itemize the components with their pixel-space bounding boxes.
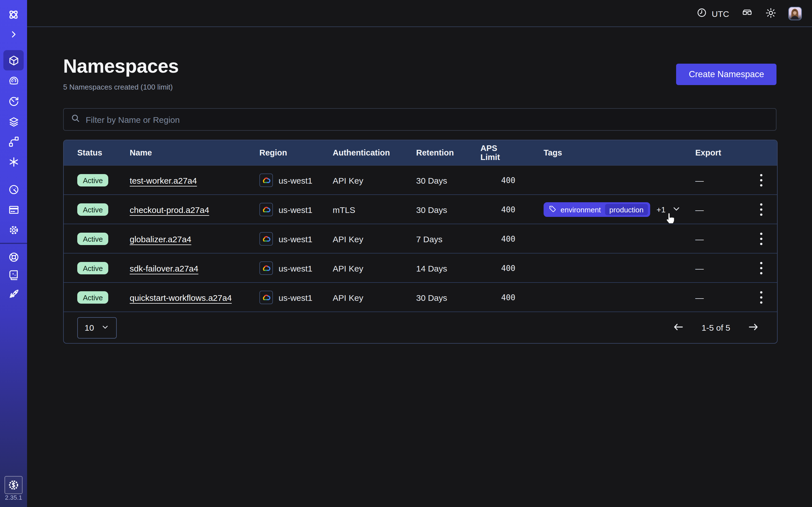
- row-menu-button[interactable]: [746, 253, 777, 283]
- sidebar-item-batch-operations[interactable]: [3, 152, 24, 172]
- retention-value: 30 Days: [416, 175, 480, 185]
- sidebar-item-settings[interactable]: [3, 220, 24, 240]
- export-value: —: [695, 234, 746, 244]
- previous-page-button[interactable]: [673, 321, 684, 334]
- sidebar-item-billing[interactable]: [3, 200, 24, 220]
- asterisk-icon: [8, 156, 19, 168]
- auth-value: mTLS: [333, 205, 416, 214]
- export-value: —: [695, 205, 746, 214]
- accessibility-glasses-button[interactable]: [741, 7, 753, 20]
- col-header-name: Name: [130, 148, 259, 157]
- status-badge: Active: [77, 174, 109, 186]
- cube-icon: [8, 54, 19, 66]
- col-header-status: Status: [64, 148, 130, 157]
- row-menu-button[interactable]: [746, 224, 777, 253]
- namespace-link[interactable]: checkout-prod.a27a4: [130, 205, 209, 214]
- version-label: 2.35.1: [0, 494, 27, 501]
- namespace-link[interactable]: sdk-failover.a27a4: [130, 263, 199, 273]
- create-namespace-button[interactable]: Create Namespace: [676, 64, 776, 85]
- google-cloud-icon: [259, 173, 273, 187]
- pricing-button[interactable]: [4, 476, 22, 494]
- page-size-select[interactable]: 10: [77, 317, 117, 338]
- chevron-down-icon: [672, 204, 681, 215]
- sidebar-item-docs[interactable]: [3, 265, 24, 285]
- google-cloud-icon: [259, 291, 273, 304]
- sidebar-item-support[interactable]: [3, 247, 24, 267]
- page-title: Namespaces: [63, 55, 179, 77]
- app-window: UTC: [0, 0, 812, 507]
- gauge-icon: [8, 183, 19, 195]
- timer-icon: [8, 96, 19, 107]
- table-row: Active globalizer.a27a4 us-west1 API Key…: [64, 224, 777, 253]
- theme-toggle-button[interactable]: [765, 7, 776, 20]
- sidebar-item-schedules[interactable]: [3, 91, 24, 112]
- book-sparkle-icon: [8, 269, 19, 281]
- gear-icon: [8, 224, 19, 236]
- export-value: —: [695, 175, 746, 185]
- pagination-range: 1-5 of 5: [702, 323, 730, 332]
- next-page-button[interactable]: [747, 321, 759, 334]
- region-label: us-west1: [278, 293, 312, 302]
- timezone-button[interactable]: UTC: [696, 7, 729, 20]
- aps-value: 400: [480, 293, 515, 302]
- retention-value: 30 Days: [416, 205, 480, 214]
- table-row: Active test-worker.a27a4 us-west1 API Ke…: [64, 165, 777, 194]
- row-menu-button[interactable]: [746, 195, 777, 224]
- tag-key: environment: [560, 205, 601, 214]
- user-avatar[interactable]: [788, 7, 802, 20]
- sidebar-item-getting-started[interactable]: [3, 283, 24, 304]
- arrow-left-icon: [673, 321, 684, 334]
- search-input[interactable]: [86, 115, 769, 124]
- row-menu-button[interactable]: [746, 283, 777, 312]
- sidebar-expand-button[interactable]: [3, 24, 24, 45]
- tags-expand-button[interactable]: [672, 204, 681, 215]
- arrow-right-icon: [747, 321, 759, 334]
- tag-icon: [549, 205, 557, 214]
- col-header-retention: Retention: [416, 148, 480, 157]
- filter-search: [63, 108, 776, 131]
- browser-card-icon: [8, 204, 19, 216]
- sidebar-divider: [0, 243, 27, 244]
- region-label: us-west1: [278, 263, 312, 273]
- retention-value: 7 Days: [416, 234, 480, 244]
- status-badge: Active: [77, 233, 109, 245]
- namespace-link[interactable]: globalizer.a27a4: [130, 234, 192, 244]
- table-header-row: Status Name Region Authentication Retent…: [64, 140, 777, 165]
- tags-more-count: +1: [657, 205, 666, 214]
- namespace-link[interactable]: test-worker.a27a4: [130, 175, 197, 185]
- tag-value: production: [605, 204, 648, 215]
- row-menu-button[interactable]: [746, 166, 777, 195]
- sidebar: 2.35.1: [0, 0, 27, 507]
- namespaces-table: Status Name Region Authentication Retent…: [63, 140, 777, 344]
- region-label: us-west1: [278, 205, 312, 214]
- aps-value: 400: [480, 234, 515, 243]
- top-bar: UTC: [27, 0, 812, 27]
- sidebar-item-usage[interactable]: [3, 179, 24, 200]
- namespace-link[interactable]: quickstart-workflows.a27a4: [130, 293, 232, 302]
- temporal-logo[interactable]: [3, 4, 24, 25]
- table-row: Active checkout-prod.a27a4 us-west1 mTLS…: [64, 194, 777, 224]
- google-cloud-icon: [259, 262, 273, 275]
- table-row: Active sdk-failover.a27a4 us-west1 API K…: [64, 253, 777, 282]
- sidebar-item-workflows[interactable]: [3, 70, 24, 91]
- tag-chip[interactable]: environment production: [544, 202, 651, 217]
- timezone-label: UTC: [712, 9, 729, 18]
- sidebar-item-deployments[interactable]: [3, 112, 24, 132]
- google-cloud-icon: [259, 232, 273, 245]
- top-bar-actions: UTC: [696, 0, 802, 27]
- badge-dollar-icon: [7, 479, 20, 491]
- chevron-down-icon: [101, 323, 109, 333]
- sidebar-item-nexus[interactable]: [3, 131, 24, 152]
- status-badge: Active: [77, 203, 109, 216]
- auth-value: API Key: [333, 263, 416, 273]
- aps-value: 400: [480, 205, 515, 214]
- rocket-icon: [8, 288, 19, 299]
- region-label: us-west1: [278, 175, 312, 185]
- sidebar-item-namespaces[interactable]: [3, 50, 24, 70]
- spiral-icon: [8, 75, 19, 87]
- clock-icon: [696, 7, 707, 20]
- export-value: —: [695, 293, 746, 302]
- auth-value: API Key: [333, 175, 416, 185]
- page-subtitle: 5 Namespaces created (100 limit): [63, 83, 173, 91]
- chevron-right-icon: [9, 30, 18, 39]
